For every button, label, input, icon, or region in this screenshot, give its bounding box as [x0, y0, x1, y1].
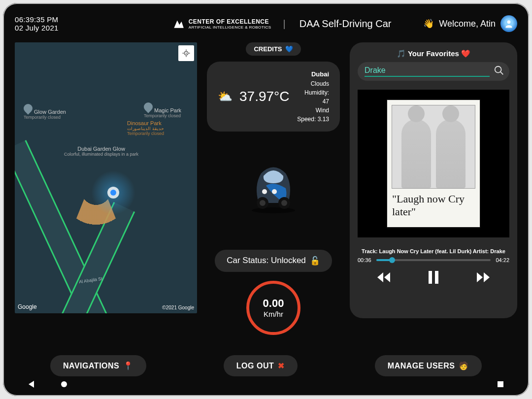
album-art: "Laugh now Cry later": [358, 90, 509, 237]
brand-logo-icon: [172, 17, 185, 30]
car-status-label: Car Status: Unlocked: [227, 256, 306, 266]
svg-point-3: [252, 207, 295, 213]
navigations-button[interactable]: NAVIGATIONS 📍: [50, 355, 146, 376]
map-pin-icon: [22, 102, 34, 114]
heart-icon: ❤️: [461, 49, 470, 58]
weather-humidity: Humidity: 47: [297, 88, 330, 106]
svg-line-11: [500, 72, 503, 75]
svg-rect-13: [435, 271, 438, 284]
seek-track[interactable]: [376, 259, 491, 261]
pin-icon: 📍: [123, 361, 133, 370]
manage-users-label: MANAGE USERS: [388, 362, 455, 370]
heart-icon: 💙: [285, 45, 293, 53]
weather-temp: 37.97°C: [239, 89, 290, 104]
map-poi-garden-glow[interactable]: Dubai Garden Glow Colorful, illuminated …: [64, 146, 138, 157]
locate-icon: [182, 49, 191, 58]
manage-users-button[interactable]: MANAGE USERS 🧑: [375, 355, 482, 376]
album-caption: "Laugh now Cry later": [392, 193, 475, 218]
favorites-title: 🎵 Your Favorites ❤️: [358, 49, 509, 58]
brand-subtitle: ARTIFICIAL INTELLIGENCE & ROBOTICS: [189, 25, 271, 30]
welcome-block: 👋 Welcome, Atin: [423, 15, 517, 32]
android-recent-button[interactable]: [498, 381, 503, 387]
map-pin-icon: [142, 100, 154, 113]
speedometer: 0.00 Km/hr: [246, 281, 300, 335]
search-button[interactable]: [494, 65, 504, 78]
svg-point-9: [272, 189, 277, 194]
navigations-label: NAVIGATIONS: [63, 362, 119, 370]
brand-name: CENTER OF EXCELLENCE: [189, 18, 269, 25]
weather-city: Dubai: [297, 69, 330, 79]
music-note-icon: 🎵: [397, 49, 406, 58]
android-nav-bar: [15, 376, 517, 392]
map-poi-dinosaur-park[interactable]: Dinosaur Park حديقة الديناصورات Temporar…: [127, 120, 164, 136]
avatar-icon: [504, 19, 514, 29]
poi-label: Glow Garden: [34, 109, 66, 115]
brand: CENTER OF EXCELLENCE ARTIFICIAL INTELLIG…: [172, 17, 271, 30]
music-search[interactable]: [358, 62, 509, 81]
svg-rect-12: [429, 271, 432, 284]
wave-icon: 👋: [423, 18, 434, 29]
avatar[interactable]: [500, 15, 517, 32]
seek-knob[interactable]: [389, 257, 395, 263]
pause-button[interactable]: [427, 270, 440, 287]
weather-icon: ⛅: [218, 90, 233, 103]
map-google-label: Google: [18, 303, 37, 310]
prev-icon: [375, 271, 392, 284]
map-vehicle-marker: [91, 170, 135, 215]
pause-icon: [427, 270, 440, 285]
prev-button[interactable]: [375, 271, 392, 286]
clock-date: 02 July 2021: [15, 24, 59, 32]
search-input[interactable]: [365, 66, 490, 77]
map-poi-magic-park[interactable]: Magic Park Temporarily closed: [144, 102, 181, 118]
poi-label-ar: حديقة الديناصورات: [127, 126, 164, 131]
poi-label: Dinosaur Park: [127, 120, 162, 126]
map-view[interactable]: Glow Garden Temporarily closed Magic Par…: [15, 42, 197, 313]
weather-condition: Clouds: [297, 79, 330, 88]
weather-wind: Wind Speed: 3.13: [297, 106, 330, 124]
next-icon: [475, 271, 492, 284]
music-panel: 🎵 Your Favorites ❤️: [350, 42, 517, 318]
speed-unit: Km/hr: [264, 310, 283, 318]
welcome-text: Welcome, Atin: [439, 19, 496, 29]
favorites-title-text: Your Favorites: [408, 49, 459, 58]
user-icon: 🧑: [459, 361, 469, 370]
android-home-button[interactable]: [61, 381, 67, 387]
poi-status: Temporarily closed: [127, 131, 164, 136]
elapsed-time: 00:36: [358, 257, 371, 263]
poi-status: Temporarily closed: [144, 113, 181, 118]
close-icon: ✖: [278, 361, 285, 370]
map-copyright: ©2021 Google: [162, 305, 194, 310]
search-icon: [494, 65, 504, 76]
weather-card: ⛅ 37.97°C Dubai Clouds Humidity: 47 Wind…: [207, 62, 340, 132]
svg-point-10: [495, 66, 501, 73]
android-back-button[interactable]: [29, 381, 34, 388]
poi-status: Temporarily closed: [24, 115, 66, 120]
logout-button[interactable]: LOG OUT ✖: [224, 355, 298, 376]
progress-bar[interactable]: 00:36 04:22: [358, 257, 509, 263]
datetime-block: 06:39:35 PM 02 July 2021: [15, 15, 59, 32]
map-locate-button[interactable]: [178, 45, 194, 61]
svg-point-0: [507, 20, 511, 24]
poi-label: Magic Park: [154, 107, 181, 113]
map-poi-glow-garden[interactable]: Glow Garden Temporarily closed: [24, 104, 66, 120]
svg-point-7: [281, 200, 287, 206]
next-button[interactable]: [475, 271, 492, 286]
poi-label: Dubai Garden Glow: [77, 146, 125, 152]
total-time: 04:22: [496, 257, 509, 263]
svg-point-2: [186, 53, 187, 54]
speed-value: 0.00: [263, 297, 284, 310]
title-divider: |: [283, 18, 286, 30]
top-bar: 06:39:35 PM 02 July 2021 CENTER OF EXCEL…: [15, 9, 517, 38]
car-status: Car Status: Unlocked 🔓: [215, 250, 332, 272]
svg-point-8: [262, 189, 267, 194]
car-illustration: [239, 151, 308, 220]
app-title: DAA Self-Driving Car: [299, 18, 392, 30]
poi-sub: Colorful, illuminated displays in a park: [64, 152, 138, 157]
svg-point-5: [260, 200, 266, 206]
track-info: Track: Laugh Now Cry Later (feat. Lil Du…: [358, 248, 509, 254]
logout-label: LOG OUT: [236, 362, 274, 370]
lock-icon: 🔓: [310, 256, 320, 266]
credits-label: CREDITS: [254, 45, 282, 53]
clock-time: 06:39:35 PM: [15, 15, 59, 24]
credits-button[interactable]: CREDITS 💙: [246, 42, 300, 56]
